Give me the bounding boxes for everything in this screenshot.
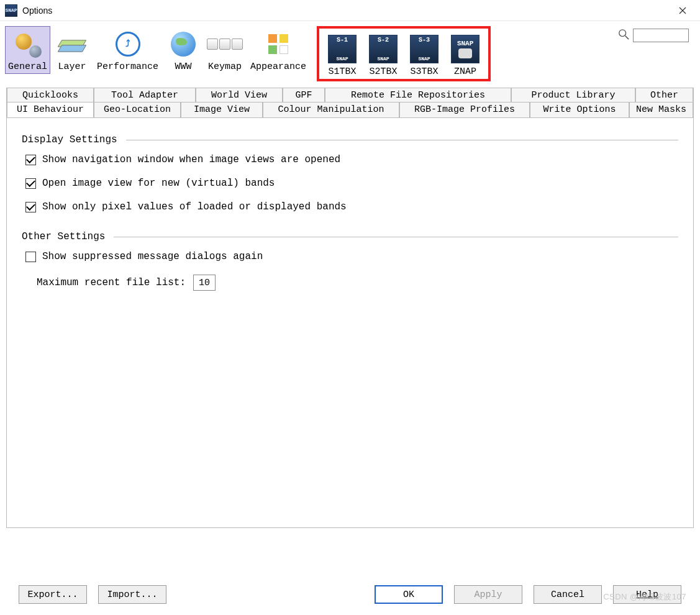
performance-icon: ⤴	[113, 29, 143, 59]
category-keymap[interactable]: Keymap	[205, 26, 245, 74]
category-label: WWW	[175, 62, 192, 72]
s3-icon: S-3SNAP	[409, 34, 439, 64]
close-button[interactable]	[670, 2, 695, 19]
tab-other[interactable]: Other	[635, 88, 693, 102]
s1-icon: S-1SNAP	[327, 34, 357, 64]
category-performance[interactable]: ⤴ Performance	[94, 26, 161, 74]
tab-row-1: Quicklooks Tool Adapter World View GPF R…	[7, 88, 693, 102]
tab-colour-manipulation[interactable]: Colour Manipulation	[263, 102, 399, 117]
category-toolbar: General Layer ⤴ Performance WWW Keymap A…	[0, 21, 700, 84]
search-input[interactable]	[633, 29, 689, 42]
tab-new-masks[interactable]: New Masks	[629, 102, 693, 117]
layers-icon	[57, 29, 87, 59]
check-suppressed[interactable]	[25, 252, 36, 262]
tab-gpf[interactable]: GPF	[283, 88, 325, 102]
check-nav-window[interactable]	[25, 155, 36, 165]
tab-rgb-image-profiles[interactable]: RGB-Image Profiles	[399, 102, 530, 117]
check-label: Show navigation window when image views …	[42, 154, 340, 165]
svg-point-2	[619, 30, 626, 37]
tab-world-view[interactable]: World View	[196, 88, 283, 102]
tab-image-view[interactable]: Image View	[181, 102, 263, 117]
tab-tool-adapter[interactable]: Tool Adapter	[94, 88, 196, 102]
check-open-view[interactable]	[25, 178, 36, 189]
tab-product-library[interactable]: Product Library	[511, 88, 635, 102]
titlebar: SNAP Options	[0, 0, 700, 21]
ok-button[interactable]: OK	[375, 585, 443, 604]
category-appearance[interactable]: Appearance	[247, 26, 309, 74]
cancel-button[interactable]: Cancel	[534, 585, 602, 604]
help-button[interactable]: Help	[613, 585, 681, 604]
check-label: Show suppressed message dialogs again	[42, 251, 263, 262]
group-display-settings: Display Settings	[22, 134, 678, 145]
globe-icon	[168, 29, 198, 59]
category-general[interactable]: General	[5, 26, 50, 74]
check-nav-window-row: Show navigation window when image views …	[25, 154, 678, 165]
import-button[interactable]: Import...	[98, 585, 166, 604]
category-label: Keymap	[208, 62, 242, 72]
panel-ui-behaviour: Display Settings Show navigation window …	[7, 117, 693, 527]
category-label: S2TBX	[370, 66, 398, 77]
highlight-box: S-1SNAP S1TBX S-2SNAP S2TBX S-3SNAP S3TB…	[317, 26, 491, 81]
category-layer[interactable]: Layer	[53, 26, 91, 74]
app-icon: SNAP	[5, 4, 17, 17]
category-label: S3TBX	[411, 66, 439, 77]
svg-line-3	[625, 36, 629, 39]
category-znap[interactable]: SNAP ZNAP	[446, 31, 484, 79]
znap-icon: SNAP	[450, 34, 480, 64]
category-s3tbx[interactable]: S-3SNAP S3TBX	[405, 31, 443, 79]
search-icon	[618, 29, 629, 40]
check-open-view-row: Open image view for new (virtual) bands	[25, 178, 678, 189]
category-label: Layer	[58, 62, 86, 72]
category-s1tbx[interactable]: S-1SNAP S1TBX	[323, 31, 361, 79]
divider	[114, 237, 678, 237]
window-title: Options	[22, 6, 52, 16]
check-label: Show only pixel values of loaded or disp…	[42, 201, 347, 212]
category-s2tbx[interactable]: S-2SNAP S2TBX	[364, 31, 402, 79]
check-pixel-values[interactable]	[25, 202, 36, 212]
tab-container: Quicklooks Tool Adapter World View GPF R…	[6, 88, 694, 528]
divider	[126, 140, 678, 140]
button-bar: Export... Import... OK Apply Cancel Help	[0, 585, 700, 604]
category-label: Appearance	[250, 62, 306, 72]
category-label: General	[8, 62, 47, 72]
check-pixel-values-row: Show only pixel values of loaded or disp…	[25, 201, 678, 212]
check-label: Open image view for new (virtual) bands	[42, 178, 275, 189]
s2-icon: S-2SNAP	[368, 34, 398, 64]
group-title-text: Other Settings	[22, 231, 105, 242]
category-label: ZNAP	[454, 66, 476, 77]
apply-button[interactable]: Apply	[454, 585, 522, 604]
export-button[interactable]: Export...	[19, 585, 87, 604]
category-label: S1TBX	[329, 66, 357, 77]
group-other-settings: Other Settings	[22, 231, 678, 242]
gears-icon	[13, 29, 43, 59]
category-www[interactable]: WWW	[164, 26, 202, 74]
max-recent-label: Maximum recent file list:	[37, 277, 186, 288]
tab-remote-file-repositories[interactable]: Remote File Repositories	[325, 88, 511, 102]
appearance-icon	[263, 29, 293, 59]
keyboard-icon	[210, 29, 240, 59]
check-suppressed-row: Show suppressed message dialogs again	[25, 251, 678, 262]
tab-ui-behaviour[interactable]: UI Behaviour	[7, 102, 94, 117]
group-title-text: Display Settings	[22, 134, 117, 145]
tab-row-2: UI Behaviour Geo-Location Image View Col…	[7, 102, 693, 117]
max-recent-input[interactable]	[193, 275, 216, 291]
max-recent-row: Maximum recent file list:	[37, 275, 678, 291]
tab-write-options[interactable]: Write Options	[530, 102, 629, 117]
tab-quicklooks[interactable]: Quicklooks	[7, 88, 94, 102]
tab-geo-location[interactable]: Geo-Location	[94, 102, 181, 117]
category-label: Performance	[97, 62, 158, 72]
